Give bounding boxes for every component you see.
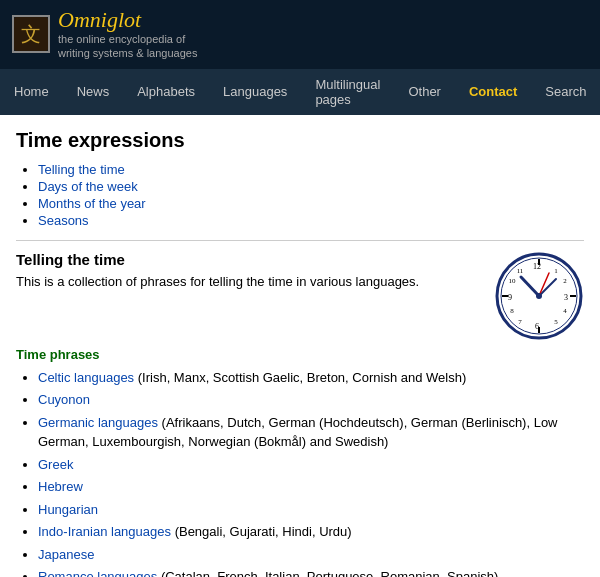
phrase-link-germanic[interactable]: Germanic languages bbox=[38, 415, 158, 430]
phrases-list: Celtic languages (Irish, Manx, Scottish … bbox=[38, 368, 584, 577]
logo-text: Omniglot the online encyclopedia of writ… bbox=[58, 8, 197, 61]
main-content: Time expressions Telling the time Days o… bbox=[0, 115, 600, 577]
section-title: Telling the time bbox=[16, 251, 484, 268]
svg-text:文: 文 bbox=[21, 23, 41, 45]
nav-bar: Home News Alphabets Languages Multilingu… bbox=[0, 69, 600, 115]
divider bbox=[16, 240, 584, 241]
toc-item: Months of the year bbox=[38, 196, 584, 211]
svg-text:3: 3 bbox=[564, 293, 568, 302]
phrases-title: Time phrases bbox=[16, 347, 584, 362]
nav-home[interactable]: Home bbox=[0, 76, 63, 107]
phrase-note: (Catalan, French, Italian, Portuguese, R… bbox=[161, 569, 498, 577]
nav-search[interactable]: Search bbox=[531, 76, 600, 107]
phrase-note: (Irish, Manx, Scottish Gaelic, Breton, C… bbox=[138, 370, 467, 385]
phrase-link-indo-iranian[interactable]: Indo-Iranian languages bbox=[38, 524, 171, 539]
phrase-link-romance[interactable]: Romance languages bbox=[38, 569, 157, 577]
svg-text:7: 7 bbox=[518, 318, 522, 326]
list-item: Indo-Iranian languages (Bengali, Gujarat… bbox=[38, 522, 584, 542]
header: 文 Omniglot the online encyclopedia of wr… bbox=[0, 0, 600, 69]
logo-icon: 文 bbox=[12, 15, 50, 53]
list-item: Japanese bbox=[38, 545, 584, 565]
nav-contact[interactable]: Contact bbox=[455, 76, 531, 107]
time-text: Telling the time This is a collection of… bbox=[16, 251, 484, 302]
svg-text:5: 5 bbox=[554, 318, 558, 326]
list-item: Hebrew bbox=[38, 477, 584, 497]
svg-text:1: 1 bbox=[554, 267, 558, 275]
phrase-link-japanese[interactable]: Japanese bbox=[38, 547, 94, 562]
svg-text:4: 4 bbox=[563, 307, 567, 315]
svg-text:11: 11 bbox=[517, 267, 524, 275]
toc-item: Telling the time bbox=[38, 162, 584, 177]
svg-text:8: 8 bbox=[510, 307, 514, 315]
toc-item: Seasons bbox=[38, 213, 584, 228]
nav-other[interactable]: Other bbox=[394, 76, 455, 107]
svg-text:10: 10 bbox=[509, 277, 517, 285]
list-item: Greek bbox=[38, 455, 584, 475]
toc-list: Telling the time Days of the week Months… bbox=[38, 162, 584, 228]
toc-link-seasons[interactable]: Seasons bbox=[38, 213, 89, 228]
svg-text:9: 9 bbox=[508, 293, 512, 302]
phrase-link-celtic[interactable]: Celtic languages bbox=[38, 370, 134, 385]
toc-item: Days of the week bbox=[38, 179, 584, 194]
toc-link-telling[interactable]: Telling the time bbox=[38, 162, 125, 177]
list-item: Celtic languages (Irish, Manx, Scottish … bbox=[38, 368, 584, 388]
nav-languages[interactable]: Languages bbox=[209, 76, 301, 107]
list-item: Romance languages (Catalan, French, Ital… bbox=[38, 567, 584, 577]
toc-link-months[interactable]: Months of the year bbox=[38, 196, 146, 211]
list-item: Cuyonon bbox=[38, 390, 584, 410]
page-title: Time expressions bbox=[16, 129, 584, 152]
logo-box: 文 Omniglot the online encyclopedia of wr… bbox=[12, 8, 197, 61]
nav-multilingual[interactable]: Multilingual pages bbox=[301, 69, 394, 115]
toc-link-days[interactable]: Days of the week bbox=[38, 179, 138, 194]
nav-news[interactable]: News bbox=[63, 76, 124, 107]
section-desc: This is a collection of phrases for tell… bbox=[16, 272, 484, 292]
phrase-note: (Bengali, Gujarati, Hindi, Urdu) bbox=[175, 524, 352, 539]
svg-point-23 bbox=[536, 293, 542, 299]
logo-tagline: the online encyclopedia of writing syste… bbox=[58, 32, 197, 61]
svg-text:6: 6 bbox=[535, 322, 539, 331]
phrase-link-greek[interactable]: Greek bbox=[38, 457, 73, 472]
phrase-link-hebrew[interactable]: Hebrew bbox=[38, 479, 83, 494]
clock-image: 12 3 6 9 1 2 4 5 7 8 10 11 bbox=[494, 251, 584, 341]
logo-name: Omniglot bbox=[58, 8, 197, 32]
list-item: Hungarian bbox=[38, 500, 584, 520]
time-section: Telling the time This is a collection of… bbox=[16, 251, 584, 341]
list-item: Germanic languages (Afrikaans, Dutch, Ge… bbox=[38, 413, 584, 452]
svg-text:12: 12 bbox=[533, 262, 541, 271]
nav-alphabets[interactable]: Alphabets bbox=[123, 76, 209, 107]
svg-text:2: 2 bbox=[563, 277, 567, 285]
phrase-link-cuyonon[interactable]: Cuyonon bbox=[38, 392, 90, 407]
phrase-link-hungarian[interactable]: Hungarian bbox=[38, 502, 98, 517]
